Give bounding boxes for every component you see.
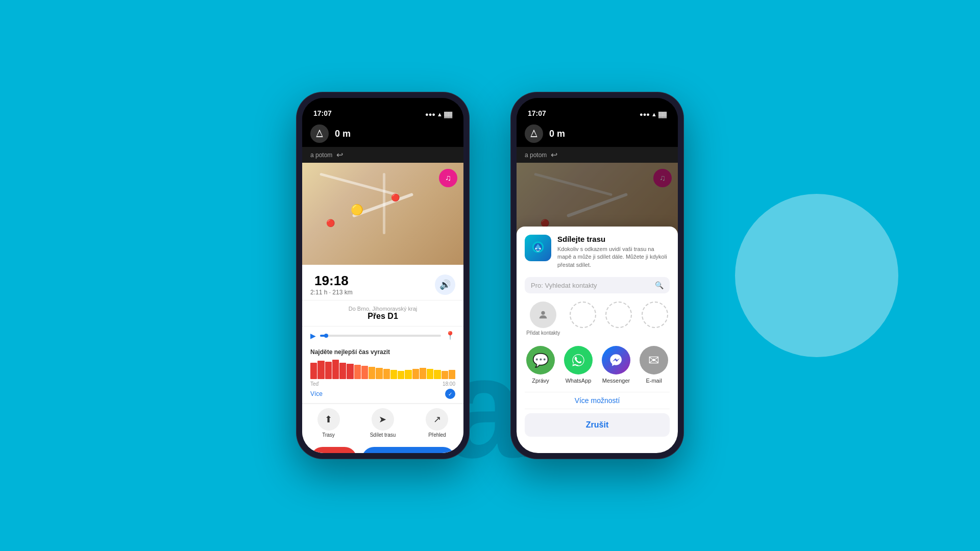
overview-icon: ↗ <box>426 408 448 431</box>
status-icons-right: ●●● ▲ ▓▓ <box>640 111 667 117</box>
map-road-r1 <box>567 193 628 218</box>
contact-search-field[interactable]: Pro: Vyhledat kontakty 🔍 <box>525 277 670 293</box>
nav-distance-left: 0 m <box>335 129 351 139</box>
nav-sub-text-left: a potom <box>310 152 332 159</box>
bar-3 <box>325 362 332 379</box>
stop-button[interactable]: Stop <box>310 447 357 453</box>
map-traffic-r1: 🔴 <box>541 219 549 227</box>
nav-item-routes[interactable]: ⬆ Trasy <box>317 408 340 438</box>
add-contact-item[interactable]: Přidat kontakty <box>526 302 560 336</box>
traffic-section: Najděte nejlepší čas vyrazit <box>302 344 463 404</box>
messenger-label: Messenger <box>602 378 630 384</box>
bar-1 <box>310 363 317 379</box>
email-label: E-mail <box>646 378 662 384</box>
bar-13 <box>398 371 404 379</box>
turn-icon-right: ↩ <box>551 150 557 160</box>
bar-14 <box>405 370 411 379</box>
arrival-time: 19:18 <box>310 273 353 289</box>
bar-20 <box>449 370 455 379</box>
more-link[interactable]: Více <box>310 390 323 397</box>
bar-6 <box>347 364 353 379</box>
bar-9 <box>369 367 375 379</box>
nav-sub-left: a potom ↩ <box>302 147 463 163</box>
phone-right-screen: 17:07 ●●● ▲ ▓▓ 0 m a potom ↩ 🔴 ♫ <box>517 98 678 453</box>
nav-header-right: 0 m <box>517 120 678 147</box>
whatsapp-icon <box>564 346 593 374</box>
map-road-r2 <box>534 173 612 196</box>
route-progress-bar <box>320 335 441 337</box>
phone-left: 17:07 ●●● ▲ ▓▓ 0 m a potom ↩ 🟡 🔴 <box>296 92 470 459</box>
messages-label: Zprávy <box>532 378 549 384</box>
contact-empty-2 <box>605 302 632 336</box>
nav-distance-right: 0 m <box>549 129 565 139</box>
phone-left-screen: 17:07 ●●● ▲ ▓▓ 0 m a potom ↩ 🟡 🔴 <box>302 98 463 453</box>
share-texts: Sdílejte trasu Kdokoliv s odkazem uvidí … <box>557 235 670 269</box>
notch-left <box>352 98 413 112</box>
nav-item-share[interactable]: ➤ Sdílet trasu <box>370 408 396 438</box>
search-placeholder: Pro: Vyhledat kontakty <box>531 282 651 289</box>
content-card-left: 19:18 2:11 h · 213 km 🔊 Do Brno, Jihomor… <box>302 265 463 453</box>
status-icons-left: ●●● ▲ ▓▓ <box>425 111 452 117</box>
go-button[interactable]: Jet teď <box>362 447 455 453</box>
play-button[interactable]: ▶ <box>310 332 316 340</box>
map-area-left: 🟡 🔴 🔴 ♫ <box>302 163 463 265</box>
whatsapp-label: WhatsApp <box>566 378 592 384</box>
bar-8 <box>361 366 368 379</box>
bar-5 <box>339 363 346 379</box>
bar-10 <box>376 368 382 379</box>
turn-icon-left: ↩ <box>336 150 343 160</box>
traffic-title: Najděte nejlepší čas vyrazit <box>310 348 455 356</box>
bar-17 <box>427 369 433 379</box>
svg-point-3 <box>539 248 541 249</box>
notch-right <box>567 98 628 112</box>
contact-circle-3 <box>642 302 668 328</box>
messenger-icon <box>602 346 630 374</box>
map-waze-char: 🟡 <box>351 204 363 216</box>
share-icon: ➤ <box>372 408 394 431</box>
map-road-3 <box>383 173 385 234</box>
nav-sub-text-right: a potom <box>525 152 547 159</box>
contact-empty-1 <box>570 302 596 336</box>
traffic-label-now: Teď <box>310 381 319 387</box>
nav-header-left: 0 m <box>302 120 463 147</box>
nav-direction-icon-right <box>525 124 543 143</box>
bar-19 <box>442 371 448 379</box>
music-button-left[interactable]: ♫ <box>439 169 457 187</box>
nav-direction-icon <box>310 124 329 143</box>
app-email[interactable]: ✉ E-mail <box>640 346 668 384</box>
bar-11 <box>383 369 390 379</box>
share-sheet: Sdílejte trasu Kdokoliv s odkazem uvidí … <box>517 227 678 453</box>
share-header: Sdílejte trasu Kdokoliv s odkazem uvidí … <box>525 235 670 269</box>
bar-15 <box>412 369 419 379</box>
bar-7 <box>354 365 361 379</box>
arrival-meta: 2:11 h · 213 km <box>310 289 353 296</box>
bottom-spacer <box>525 437 670 445</box>
share-description: Kdokoliv s odkazem uvidí vaši trasu na m… <box>557 245 670 269</box>
phones-container: 17:07 ●●● ▲ ▓▓ 0 m a potom ↩ 🟡 🔴 <box>296 92 684 459</box>
sound-button[interactable]: 🔊 <box>435 274 455 295</box>
bar-2 <box>317 361 324 379</box>
checkmark-icon: ✓ <box>445 389 455 399</box>
email-icon: ✉ <box>640 346 668 374</box>
app-messages[interactable]: 💬 Zprávy <box>526 346 555 384</box>
arrival-section: 19:18 2:11 h · 213 km 🔊 <box>302 265 463 300</box>
waze-icon <box>525 235 551 261</box>
add-contact-label: Přidat kontakty <box>526 330 560 336</box>
traffic-more: Více ✓ <box>310 389 455 399</box>
destination-pin-icon: 📍 <box>445 331 455 340</box>
app-messenger[interactable]: Messenger <box>602 346 630 384</box>
map-traffic-2: 🔴 <box>391 193 400 202</box>
svg-point-2 <box>535 248 536 249</box>
more-options[interactable]: Více možností <box>525 392 670 409</box>
nav-item-overview[interactable]: ↗ Přehled <box>426 408 448 438</box>
cancel-button[interactable]: Zrušit <box>525 413 670 437</box>
traffic-label-later: 18:00 <box>443 381 455 387</box>
time-right: 17:07 <box>528 109 546 117</box>
map-traffic-1: 🔴 <box>326 219 335 227</box>
svg-point-4 <box>542 311 545 315</box>
overview-label: Přehled <box>428 432 446 438</box>
apps-row: 💬 Zprávy WhatsApp Messenger <box>525 346 670 384</box>
music-button-right[interactable]: ♫ <box>653 169 672 187</box>
bar-4 <box>332 360 339 379</box>
app-whatsapp[interactable]: WhatsApp <box>564 346 593 384</box>
